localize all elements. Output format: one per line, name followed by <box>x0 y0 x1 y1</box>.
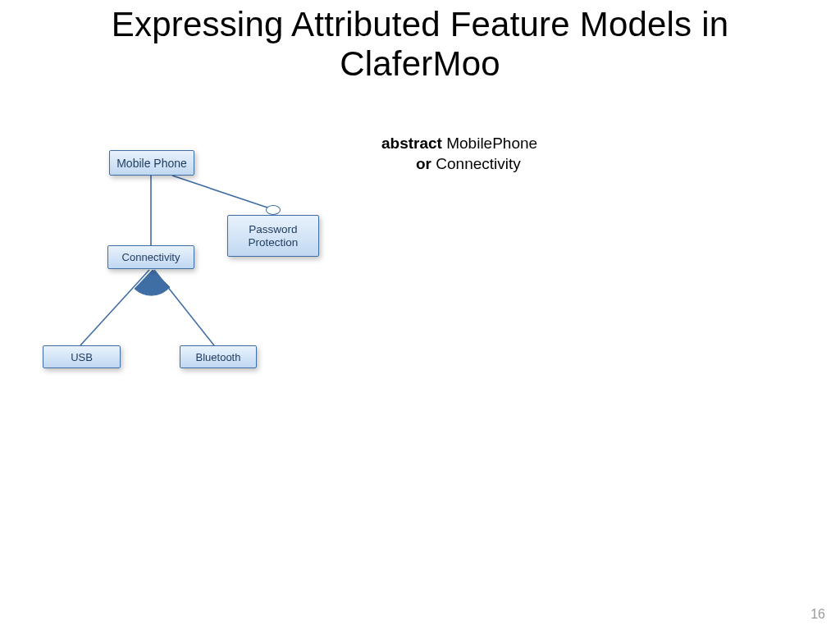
node-usb: USB <box>43 345 121 368</box>
edge-connectivity-usb <box>80 270 149 345</box>
slide-title: Expressing Attributed Feature Models in … <box>0 5 840 84</box>
code-root-name: MobilePhone <box>446 135 537 152</box>
page-number: 16 <box>810 607 825 622</box>
code-snippet: abstract MobilePhone or Connectivity <box>381 134 537 174</box>
code-line-1: abstract MobilePhone <box>381 134 537 154</box>
title-line-2: ClaferMoo <box>340 44 500 83</box>
keyword-abstract: abstract <box>381 135 442 152</box>
node-password-protection: Password Protection <box>227 215 319 257</box>
node-connectivity-label: Connectivity <box>122 251 180 263</box>
node-bluetooth: Bluetooth <box>180 345 257 368</box>
code-child-name: Connectivity <box>436 155 521 172</box>
node-bluetooth-label: Bluetooth <box>196 351 241 363</box>
keyword-or: or <box>416 155 431 172</box>
optional-marker-icon <box>266 205 281 215</box>
edge-mobilephone-password <box>172 176 272 209</box>
node-usb-label: USB <box>71 351 93 363</box>
node-password-protection-label: Password Protection <box>249 223 299 249</box>
edge-connectivity-bluetooth <box>154 270 214 345</box>
feature-diagram: Mobile Phone Connectivity Password Prote… <box>0 0 840 630</box>
node-connectivity: Connectivity <box>107 245 194 269</box>
title-line-1: Expressing Attributed Feature Models in <box>112 5 729 43</box>
or-group-arc <box>135 270 170 295</box>
node-mobile-phone-label: Mobile Phone <box>116 157 187 170</box>
diagram-edges <box>0 0 840 630</box>
node-mobile-phone: Mobile Phone <box>109 150 194 176</box>
code-line-2: or Connectivity <box>381 154 537 175</box>
